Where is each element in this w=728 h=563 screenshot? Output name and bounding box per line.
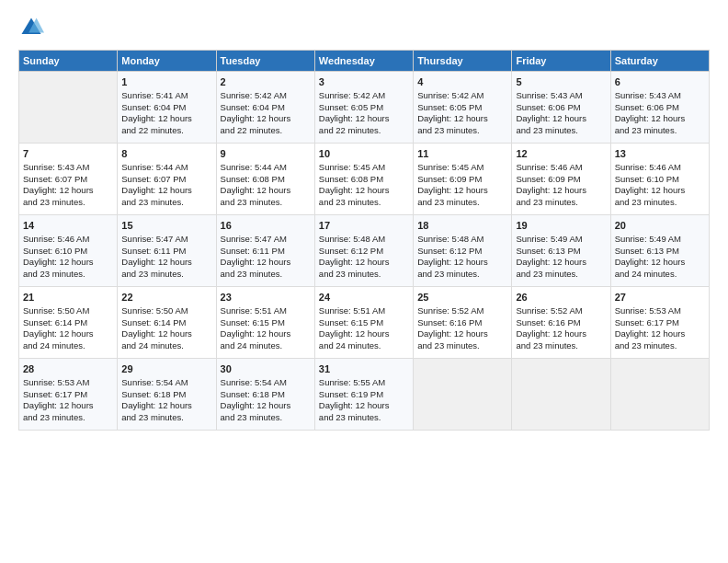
day-info: Sunrise: 5:45 AM [417, 162, 507, 174]
day-info: Daylight: 12 hours [615, 113, 705, 125]
calendar-week-5: 28Sunrise: 5:53 AMSunset: 6:17 PMDayligh… [19, 359, 710, 431]
day-info: Sunset: 6:06 PM [516, 102, 606, 114]
calendar-cell: 27Sunrise: 5:53 AMSunset: 6:17 PMDayligh… [610, 287, 709, 359]
day-info: and 23 minutes. [221, 197, 311, 209]
day-info: Sunrise: 5:43 AM [23, 162, 113, 174]
calendar-cell: 5Sunrise: 5:43 AMSunset: 6:06 PMDaylight… [512, 72, 610, 144]
day-info: Sunset: 6:07 PM [121, 174, 211, 186]
day-info: Daylight: 12 hours [417, 328, 507, 340]
day-info: Sunset: 6:15 PM [319, 317, 409, 329]
day-info: and 24 minutes. [221, 340, 311, 352]
calendar-cell: 12Sunrise: 5:46 AMSunset: 6:09 PMDayligh… [512, 144, 610, 215]
day-info: Sunset: 6:14 PM [121, 317, 211, 329]
day-info: and 23 minutes. [319, 197, 409, 209]
day-number: 17 [319, 219, 409, 233]
day-info: and 23 minutes. [121, 412, 211, 424]
calendar-cell: 7Sunrise: 5:43 AMSunset: 6:07 PMDaylight… [19, 144, 118, 215]
day-info: Sunrise: 5:52 AM [417, 305, 507, 317]
day-number: 15 [121, 219, 211, 233]
calendar-cell: 19Sunrise: 5:49 AMSunset: 6:13 PMDayligh… [512, 215, 610, 287]
weekday-row: SundayMondayTuesdayWednesdayThursdayFrid… [19, 51, 710, 72]
calendar-cell: 25Sunrise: 5:52 AMSunset: 6:16 PMDayligh… [414, 287, 512, 359]
day-info: Sunset: 6:09 PM [417, 174, 507, 186]
calendar-cell: 21Sunrise: 5:50 AMSunset: 6:14 PMDayligh… [19, 287, 118, 359]
day-info: Sunset: 6:04 PM [221, 102, 311, 114]
day-number: 29 [121, 362, 211, 376]
calendar-header: SundayMondayTuesdayWednesdayThursdayFrid… [19, 51, 710, 72]
day-info: Sunset: 6:06 PM [615, 102, 705, 114]
day-info: Daylight: 12 hours [121, 257, 211, 269]
day-info: Sunrise: 5:47 AM [121, 234, 211, 246]
day-info: Daylight: 12 hours [121, 328, 211, 340]
day-info: Daylight: 12 hours [221, 257, 311, 269]
day-info: Sunset: 6:17 PM [615, 317, 705, 329]
day-info: Sunrise: 5:43 AM [516, 90, 606, 102]
day-info: Sunset: 6:04 PM [121, 102, 211, 114]
logo [18, 15, 46, 40]
day-info: Daylight: 12 hours [417, 185, 507, 197]
day-info: and 23 minutes. [615, 340, 705, 352]
day-info: Sunrise: 5:42 AM [221, 90, 311, 102]
calendar-page: SundayMondayTuesdayWednesdayThursdayFrid… [0, 0, 728, 563]
day-number: 11 [417, 147, 507, 161]
day-info: and 23 minutes. [516, 269, 606, 281]
day-number: 26 [516, 291, 606, 304]
day-number: 7 [23, 147, 113, 161]
day-info: Sunrise: 5:49 AM [516, 234, 606, 246]
day-info: Daylight: 12 hours [221, 113, 311, 125]
day-info: and 23 minutes. [615, 197, 705, 209]
weekday-header-thursday: Thursday [414, 51, 512, 72]
day-info: Sunset: 6:13 PM [516, 246, 606, 258]
day-info: Sunrise: 5:50 AM [23, 305, 113, 317]
day-info: Daylight: 12 hours [615, 185, 705, 197]
day-info: Sunrise: 5:42 AM [319, 90, 409, 102]
day-info: Sunrise: 5:54 AM [221, 377, 311, 389]
day-info: Sunrise: 5:42 AM [417, 90, 507, 102]
day-number: 12 [516, 147, 606, 161]
day-info: Sunrise: 5:47 AM [221, 234, 311, 246]
day-info: and 22 minutes. [319, 125, 409, 137]
calendar-cell: 29Sunrise: 5:54 AMSunset: 6:18 PMDayligh… [118, 359, 216, 431]
day-number: 2 [221, 75, 311, 89]
day-info: Sunset: 6:10 PM [23, 246, 113, 258]
calendar-cell: 2Sunrise: 5:42 AMSunset: 6:04 PMDaylight… [216, 72, 314, 144]
day-info: Sunset: 6:07 PM [23, 174, 113, 186]
day-number: 31 [319, 362, 409, 376]
day-number: 23 [221, 291, 311, 304]
calendar-cell: 4Sunrise: 5:42 AMSunset: 6:05 PMDaylight… [414, 72, 512, 144]
day-number: 10 [319, 147, 409, 161]
day-info: Sunrise: 5:49 AM [615, 234, 705, 246]
day-info: and 23 minutes. [319, 269, 409, 281]
day-info: and 23 minutes. [121, 269, 211, 281]
calendar-body: 1Sunrise: 5:41 AMSunset: 6:04 PMDaylight… [19, 72, 710, 431]
weekday-header-tuesday: Tuesday [216, 51, 314, 72]
day-number: 6 [615, 75, 705, 89]
day-info: Sunrise: 5:43 AM [615, 90, 705, 102]
day-number: 1 [121, 75, 211, 89]
day-number: 30 [221, 362, 311, 376]
day-info: Daylight: 12 hours [221, 185, 311, 197]
day-number: 28 [23, 362, 113, 376]
day-info: Daylight: 12 hours [121, 400, 211, 412]
day-info: and 22 minutes. [121, 125, 211, 137]
day-info: Daylight: 12 hours [615, 257, 705, 269]
day-info: Sunrise: 5:48 AM [319, 234, 409, 246]
day-number: 25 [417, 291, 507, 304]
calendar-week-4: 21Sunrise: 5:50 AMSunset: 6:14 PMDayligh… [19, 287, 710, 359]
day-info: Sunrise: 5:46 AM [516, 162, 606, 174]
day-info: and 24 minutes. [23, 340, 113, 352]
day-number: 18 [417, 219, 507, 233]
calendar-cell: 14Sunrise: 5:46 AMSunset: 6:10 PMDayligh… [19, 215, 118, 287]
day-info: Daylight: 12 hours [23, 400, 113, 412]
day-info: Daylight: 12 hours [516, 185, 606, 197]
day-number: 3 [319, 75, 409, 89]
calendar-cell: 6Sunrise: 5:43 AMSunset: 6:06 PMDaylight… [610, 72, 709, 144]
day-info: and 23 minutes. [319, 412, 409, 424]
day-info: Daylight: 12 hours [319, 328, 409, 340]
calendar-cell: 10Sunrise: 5:45 AMSunset: 6:08 PMDayligh… [314, 144, 413, 215]
calendar-cell [414, 359, 512, 431]
calendar-cell: 28Sunrise: 5:53 AMSunset: 6:17 PMDayligh… [19, 359, 118, 431]
day-info: Sunrise: 5:46 AM [23, 234, 113, 246]
day-info: and 23 minutes. [615, 125, 705, 137]
day-info: Sunset: 6:15 PM [221, 317, 311, 329]
